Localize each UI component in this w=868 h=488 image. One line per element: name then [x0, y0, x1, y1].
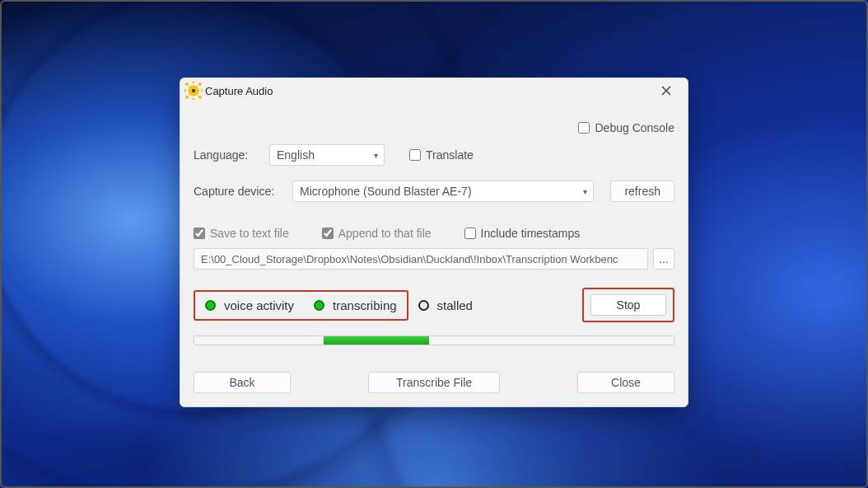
status-transcribing: transcribing: [314, 298, 397, 312]
status-voice-activity-label: voice activity: [224, 298, 294, 312]
progress-fill: [324, 336, 429, 345]
status-dot-active-icon: [205, 300, 216, 311]
translate-checkbox[interactable]: Translate: [409, 148, 474, 162]
close-icon: [661, 86, 671, 96]
status-voice-activity: voice activity: [205, 298, 294, 312]
capture-audio-dialog: Capture Audio Debug Console Language: En…: [180, 77, 688, 407]
sunflower-icon: [187, 84, 200, 97]
capture-device-value: Microphone (Sound Blaster AE-7): [300, 185, 472, 198]
append-to-file-input[interactable]: [322, 228, 334, 239]
close-window-button[interactable]: [651, 79, 681, 102]
close-label: Close: [611, 376, 641, 389]
stop-highlight: Stop: [582, 288, 674, 322]
status-highlight: voice activity transcribing: [194, 290, 408, 321]
progress-bar: [194, 336, 674, 345]
append-to-file-checkbox[interactable]: Append to that file: [322, 227, 432, 240]
back-button[interactable]: Back: [194, 372, 291, 393]
include-timestamps-checkbox[interactable]: Include timestamps: [464, 227, 581, 240]
save-to-file-label: Save to text file: [210, 227, 289, 240]
translate-label: Translate: [426, 148, 474, 162]
file-path-value: E:\00_Cloud_Storage\Dropbox\Notes\Obsidi…: [201, 253, 618, 265]
window-title: Capture Audio: [205, 85, 273, 97]
save-to-file-checkbox[interactable]: Save to text file: [194, 227, 289, 240]
append-to-file-label: Append to that file: [338, 227, 432, 240]
debug-console-input[interactable]: [578, 122, 590, 134]
file-path-field[interactable]: E:\00_Cloud_Storage\Dropbox\Notes\Obsidi…: [194, 248, 648, 270]
status-dot-active-icon: [314, 300, 324, 311]
refresh-button[interactable]: refresh: [610, 181, 674, 202]
chevron-down-icon: ▾: [583, 187, 587, 196]
ellipsis-icon: ...: [659, 252, 669, 265]
titlebar: Capture Audio: [180, 78, 688, 103]
status-stalled: stalled: [418, 298, 473, 312]
stop-button[interactable]: Stop: [590, 294, 666, 316]
refresh-label: refresh: [624, 185, 660, 198]
back-label: Back: [229, 376, 254, 389]
language-select[interactable]: English ▾: [269, 144, 385, 166]
transcribe-file-button[interactable]: Transcribe File: [368, 372, 500, 393]
language-label: Language:: [194, 148, 259, 162]
debug-console-label: Debug Console: [595, 121, 674, 134]
save-to-file-input[interactable]: [194, 228, 205, 239]
status-stalled-label: stalled: [437, 298, 473, 312]
status-dot-inactive-icon: [418, 300, 429, 311]
language-value: English: [277, 148, 315, 162]
capture-device-select[interactable]: Microphone (Sound Blaster AE-7) ▾: [292, 181, 594, 202]
status-transcribing-label: transcribing: [333, 298, 397, 312]
transcribe-file-label: Transcribe File: [396, 376, 472, 389]
include-timestamps-label: Include timestamps: [481, 227, 581, 240]
debug-console-checkbox[interactable]: Debug Console: [578, 121, 674, 134]
include-timestamps-input[interactable]: [464, 228, 476, 239]
chevron-down-icon: ▾: [374, 151, 378, 160]
browse-button[interactable]: ...: [653, 248, 674, 270]
stop-label: Stop: [617, 298, 641, 312]
close-button[interactable]: Close: [577, 372, 674, 393]
translate-input[interactable]: [409, 149, 421, 161]
capture-device-label: Capture device:: [194, 185, 276, 198]
